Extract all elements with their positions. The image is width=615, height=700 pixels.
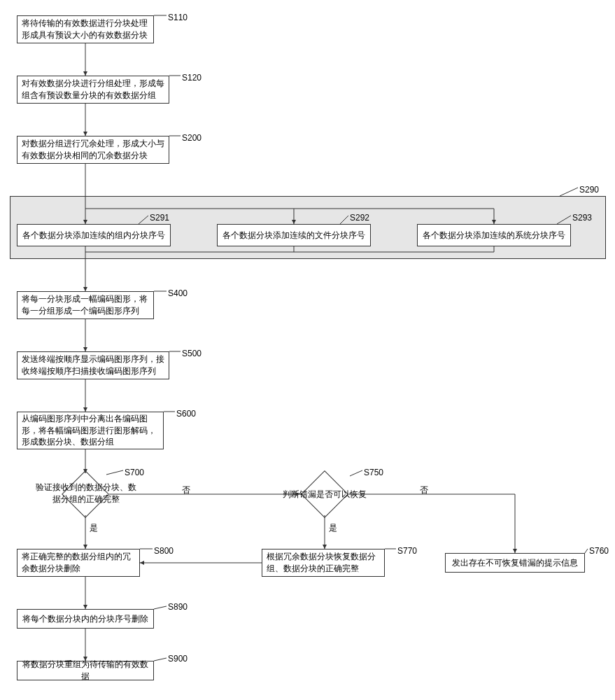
step-s890: 将每个数据分块内的分块序号删除 — [17, 609, 154, 629]
step-s600-text: 从编码图形序列中分离出各编码图形，将各幅编码图形进行图形解码，形成数据分块、数据… — [22, 413, 159, 448]
flowchart-canvas: 将待传输的有效数据进行分块处理形成具有预设大小的有效数据分块 S110 对有效数… — [0, 0, 615, 700]
label-s900: S900 — [168, 654, 188, 664]
decision-s700-text: 验证接收到的数据分块、数据分组的正确完整 — [35, 482, 137, 505]
step-s770: 根据冗余数据分块恢复数据分组、数据分块的正确完整 — [262, 549, 385, 577]
step-s400-text: 将每一分块形成一幅编码图形，将每一分组形成一个编码图形序列 — [22, 293, 149, 317]
svg-line-16 — [560, 188, 578, 196]
svg-line-35 — [154, 606, 167, 609]
label-s770: S770 — [397, 546, 417, 556]
svg-line-37 — [154, 658, 167, 661]
label-s120: S120 — [182, 73, 202, 83]
svg-line-23 — [106, 470, 123, 475]
flow-lines — [0, 0, 615, 700]
branch-s750-no: 否 — [420, 484, 428, 496]
step-s120: 对有效数据分块进行分组处理，形成每组含有预设数量分块的有效数据分组 — [17, 76, 169, 104]
step-s900-text: 将数据分块重组为待传输的有效数据 — [22, 659, 149, 682]
step-s500: 发送终端按顺序显示编码图形序列，接收终端按顺序扫描接收编码图形序列 — [17, 351, 169, 379]
step-s400: 将每一分块形成一幅编码图形，将每一分组形成一个编码图形序列 — [17, 291, 154, 319]
label-s700: S700 — [125, 468, 144, 477]
step-s900: 将数据分块重组为待传输的有效数据 — [17, 661, 154, 680]
step-s500-text: 发送终端按顺序显示编码图形序列，接收终端按顺序扫描接收编码图形序列 — [22, 354, 164, 377]
step-s800: 将正确完整的数据分组内的冗余数据分块删除 — [17, 549, 140, 577]
branch-s750-yes: 是 — [329, 522, 337, 534]
label-s200: S200 — [182, 133, 202, 143]
step-s291-text: 各个数据分块添加连续的组内分块序号 — [22, 230, 165, 241]
step-s200-text: 对数据分组进行冗余处理，形成大小与有效数据分块相同的冗余数据分块 — [22, 138, 164, 162]
step-s292-text: 各个数据分块添加连续的文件分块序号 — [222, 230, 365, 241]
label-s293: S293 — [572, 213, 592, 223]
step-s293-text: 各个数据分块添加连续的系统分块序号 — [423, 230, 565, 241]
step-s292: 各个数据分块添加连续的文件分块序号 — [217, 224, 371, 246]
label-s290: S290 — [579, 185, 599, 195]
label-s500: S500 — [182, 349, 202, 358]
label-s600: S600 — [176, 409, 196, 419]
label-s890: S890 — [168, 602, 188, 612]
svg-line-30 — [585, 549, 588, 553]
step-s600: 从编码图形序列中分离出各编码图形，将各幅编码图形进行图形解码，形成数据分块、数据… — [17, 412, 164, 449]
step-s110-text: 将待传输的有效数据进行分块处理形成具有预设大小的有效数据分块 — [22, 18, 149, 41]
step-s760: 发出存在不可恢复错漏的提示信息 — [445, 553, 585, 573]
step-s110: 将待传输的有效数据进行分块处理形成具有预设大小的有效数据分块 — [17, 15, 154, 43]
label-s400: S400 — [168, 288, 188, 298]
label-s750: S750 — [364, 468, 383, 477]
step-s770-text: 根据冗余数据分块恢复数据分组、数据分块的正确完整 — [267, 551, 380, 575]
label-s760: S760 — [589, 546, 609, 556]
branch-s700-no: 否 — [182, 484, 190, 496]
step-s760-text: 发出存在不可恢复错漏的提示信息 — [452, 557, 578, 569]
step-s293: 各个数据分块添加连续的系统分块序号 — [417, 224, 571, 246]
branch-s700-yes: 是 — [90, 522, 98, 534]
step-s800-text: 将正确完整的数据分组内的冗余数据分块删除 — [22, 551, 135, 575]
label-s110: S110 — [168, 13, 188, 22]
step-s120-text: 对有效数据分块进行分组处理，形成每组含有预设数量分块的有效数据分组 — [22, 78, 164, 102]
step-s291: 各个数据分块添加连续的组内分块序号 — [17, 224, 171, 246]
step-s890-text: 将每个数据分块内的分块序号删除 — [22, 613, 148, 625]
label-s292: S292 — [350, 213, 369, 223]
svg-line-25 — [350, 470, 362, 476]
decision-s750-text: 判断错漏是否可以恢复 — [276, 489, 374, 500]
label-s291: S291 — [150, 213, 169, 223]
label-s800: S800 — [154, 546, 174, 556]
step-s200: 对数据分组进行冗余处理，形成大小与有效数据分块相同的冗余数据分块 — [17, 136, 169, 164]
